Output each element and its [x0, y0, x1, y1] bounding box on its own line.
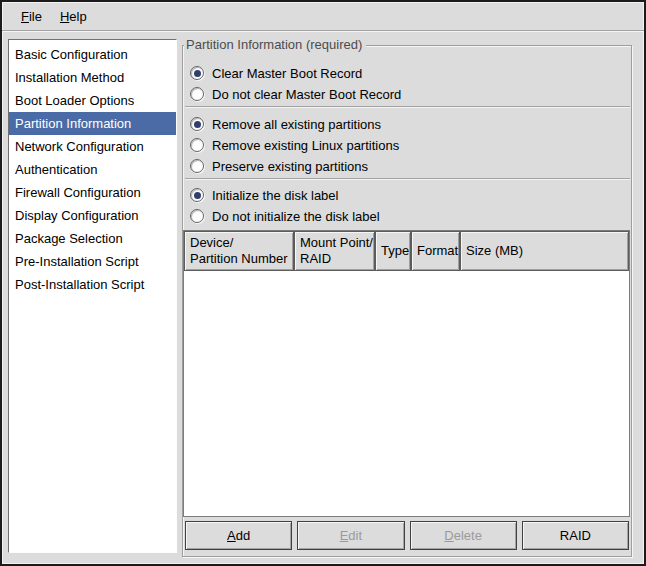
- column-header-size[interactable]: Size (MB): [460, 231, 629, 271]
- radio-icon: [190, 66, 204, 80]
- radio-icon: [190, 209, 204, 223]
- sidebar-item-partition-information[interactable]: Partition Information: [9, 112, 176, 135]
- radio-do-not-clear-mbr[interactable]: Do not clear Master Boot Record: [190, 85, 401, 103]
- sidebar-item-boot-loader-options[interactable]: Boot Loader Options: [9, 89, 176, 112]
- radio-clear-mbr[interactable]: Clear Master Boot Record: [190, 64, 362, 82]
- delete-button: Delete: [410, 521, 517, 550]
- raid-button[interactable]: RAID: [522, 521, 629, 550]
- menu-item-help[interactable]: Help: [51, 7, 96, 26]
- sidebar-item-post-installation-script[interactable]: Post-Installation Script: [9, 273, 176, 296]
- sidebar-item-installation-method[interactable]: Installation Method: [9, 66, 176, 89]
- radio-do-not-initialize-disk-label[interactable]: Do not initialize the disk label: [190, 207, 380, 225]
- radio-icon: [190, 138, 204, 152]
- radio-icon: [190, 188, 204, 202]
- add-button[interactable]: Add: [185, 521, 292, 550]
- edit-button: Edit: [297, 521, 404, 550]
- sidebar-item-pre-installation-script[interactable]: Pre-Installation Script: [9, 250, 176, 273]
- column-header-format[interactable]: Format: [411, 231, 460, 271]
- sidebar-item-network-configuration[interactable]: Network Configuration: [9, 135, 176, 158]
- partition-actions: Add Edit Delete RAID: [185, 521, 629, 550]
- partition-information-group: Partition Information (required) Clear M…: [182, 45, 632, 557]
- radio-icon: [190, 87, 204, 101]
- column-header-type[interactable]: Type: [375, 231, 411, 271]
- sidebar-item-display-configuration[interactable]: Display Configuration: [9, 204, 176, 227]
- sidebar-item-firewall-configuration[interactable]: Firewall Configuration: [9, 181, 176, 204]
- group-title: Partition Information (required): [184, 37, 366, 52]
- menu-bar: File Help: [4, 3, 642, 30]
- menubar-separator: [2, 30, 644, 32]
- sidebar-item-basic-configuration[interactable]: Basic Configuration: [9, 43, 176, 66]
- column-header-device[interactable]: Device/ Partition Number: [184, 231, 294, 271]
- radio-icon: [190, 117, 204, 131]
- radio-initialize-disk-label[interactable]: Initialize the disk label: [190, 186, 338, 204]
- radio-remove-all-partitions[interactable]: Remove all existing partitions: [190, 115, 381, 133]
- partition-table-body[interactable]: [184, 271, 629, 516]
- partition-table: Device/ Partition Number Mount Point/ RA…: [183, 230, 630, 517]
- radio-icon: [190, 159, 204, 173]
- section-list: Basic Configuration Installation Method …: [8, 39, 177, 553]
- separator: [185, 106, 630, 108]
- kickstart-configurator-window: File Help Basic Configuration Installati…: [0, 0, 646, 566]
- radio-preserve-partitions[interactable]: Preserve existing partitions: [190, 157, 368, 175]
- column-header-mount-point[interactable]: Mount Point/ RAID: [294, 231, 375, 271]
- sidebar-item-package-selection[interactable]: Package Selection: [9, 227, 176, 250]
- sidebar-item-authentication[interactable]: Authentication: [9, 158, 176, 181]
- separator: [185, 178, 630, 180]
- partition-table-header: Device/ Partition Number Mount Point/ RA…: [184, 231, 629, 271]
- radio-remove-linux-partitions[interactable]: Remove existing Linux partitions: [190, 136, 399, 154]
- menu-item-file[interactable]: File: [12, 7, 51, 26]
